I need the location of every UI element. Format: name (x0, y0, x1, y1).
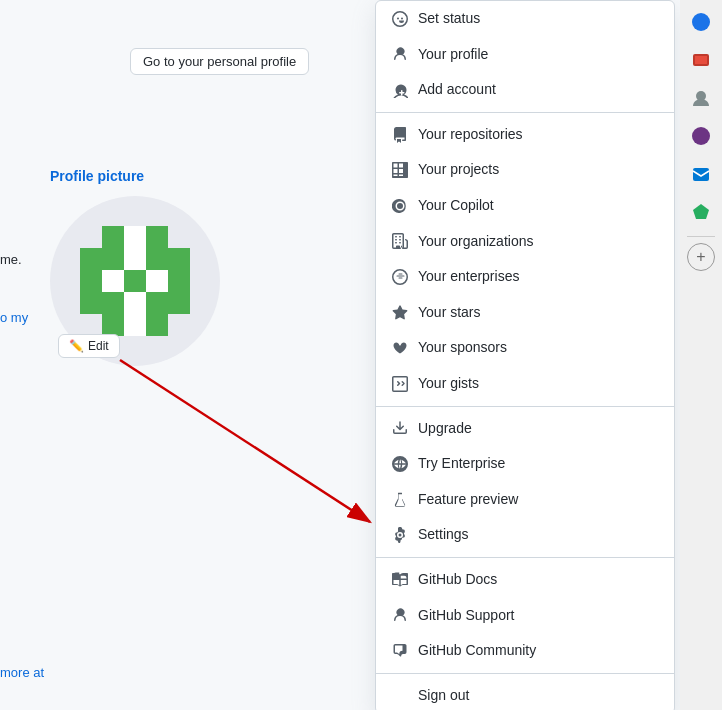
svg-rect-8 (80, 270, 102, 292)
svg-rect-13 (80, 292, 102, 314)
right-icon-bar: + (680, 0, 722, 710)
app-icon-6[interactable] (683, 194, 719, 230)
svg-rect-25 (695, 56, 707, 64)
flask-icon (392, 492, 408, 508)
side-text-me: me. (0, 252, 22, 267)
menu-label: Settings (418, 525, 469, 545)
menu-item-settings[interactable]: Settings (376, 517, 674, 553)
globe2-icon (392, 456, 408, 472)
menu-item-your-organizations[interactable]: Your organizations (376, 224, 674, 260)
svg-rect-18 (102, 314, 124, 336)
menu-label: Your Copilot (418, 196, 494, 216)
svg-rect-10 (124, 270, 146, 292)
menu-label: GitHub Community (418, 641, 536, 661)
svg-rect-14 (102, 292, 124, 314)
menu-item-sign-out[interactable]: Sign out (376, 678, 674, 710)
divider-2 (376, 406, 674, 407)
menu-label: Sign out (418, 686, 469, 706)
menu-item-github-support[interactable]: GitHub Support (376, 598, 674, 634)
menu-item-add-account[interactable]: Add account (376, 72, 674, 108)
smiley-icon (392, 11, 408, 27)
person-add-icon (392, 82, 408, 98)
menu-item-try-enterprise[interactable]: Try Enterprise (376, 446, 674, 482)
menu-item-your-sponsors[interactable]: Your sponsors (376, 330, 674, 366)
app-icon-2[interactable] (683, 42, 719, 78)
app-icon-1[interactable] (683, 4, 719, 40)
svg-rect-28 (693, 168, 709, 181)
divider-1 (376, 112, 674, 113)
svg-rect-3 (80, 248, 102, 270)
pencil-icon: ✏️ (69, 339, 84, 353)
gear-icon (392, 527, 408, 543)
copilot-icon (392, 198, 408, 214)
menu-label: Your repositories (418, 125, 523, 145)
svg-rect-12 (168, 270, 190, 292)
globe-icon (392, 269, 408, 285)
svg-rect-1 (124, 226, 146, 248)
menu-label: GitHub Support (418, 606, 515, 626)
menu-item-github-docs[interactable]: GitHub Docs (376, 562, 674, 598)
svg-rect-19 (124, 314, 146, 336)
menu-item-set-status[interactable]: Set status (376, 1, 674, 37)
sign-out-icon (392, 687, 408, 703)
menu-item-your-profile[interactable]: Your profile (376, 37, 674, 73)
svg-rect-7 (168, 248, 190, 270)
menu-item-your-copilot[interactable]: Your Copilot (376, 188, 674, 224)
repo-icon (392, 127, 408, 143)
profile-section: Profile picture (50, 168, 220, 366)
divider-4 (376, 673, 674, 674)
org-icon (392, 233, 408, 249)
svg-rect-16 (146, 292, 168, 314)
svg-rect-2 (146, 226, 168, 248)
icon-bar-divider (687, 236, 715, 237)
edit-label: Edit (88, 339, 109, 353)
dropdown-menu: Set status Your profile Add account Your… (375, 0, 675, 710)
avatar-container: ✏️ Edit (50, 196, 220, 366)
person-icon (392, 46, 408, 62)
more-at-text: more at (0, 665, 44, 680)
menu-label: Your enterprises (418, 267, 519, 287)
menu-label: Your gists (418, 374, 479, 394)
svg-rect-15 (124, 292, 146, 314)
app-icon-3[interactable] (683, 80, 719, 116)
svg-point-27 (692, 127, 710, 145)
upload-icon (392, 420, 408, 436)
comment-icon (392, 643, 408, 659)
svg-rect-20 (146, 314, 168, 336)
goto-profile-button[interactable]: Go to your personal profile (130, 48, 309, 75)
svg-marker-29 (693, 204, 709, 219)
menu-item-your-stars[interactable]: Your stars (376, 295, 674, 331)
table-icon (392, 162, 408, 178)
app-icon-4[interactable] (683, 118, 719, 154)
svg-rect-17 (168, 292, 190, 314)
menu-label: Your sponsors (418, 338, 507, 358)
menu-label: GitHub Docs (418, 570, 497, 590)
svg-rect-11 (146, 270, 168, 292)
svg-rect-6 (146, 248, 168, 270)
menu-label: Feature preview (418, 490, 518, 510)
svg-point-23 (692, 13, 710, 31)
side-text-my: o my (0, 310, 28, 325)
person2-icon (392, 607, 408, 623)
menu-item-your-repositories[interactable]: Your repositories (376, 117, 674, 153)
menu-item-your-enterprises[interactable]: Your enterprises (376, 259, 674, 295)
book-icon (392, 572, 408, 588)
menu-label: Set status (418, 9, 480, 29)
add-icon-button[interactable]: + (687, 243, 715, 271)
menu-item-your-projects[interactable]: Your projects (376, 152, 674, 188)
edit-button[interactable]: ✏️ Edit (58, 334, 120, 358)
svg-rect-9 (102, 270, 124, 292)
menu-label: Your projects (418, 160, 499, 180)
menu-item-feature-preview[interactable]: Feature preview (376, 482, 674, 518)
svg-rect-5 (124, 248, 146, 270)
star-icon (392, 305, 408, 321)
menu-label: Add account (418, 80, 496, 100)
svg-rect-4 (102, 248, 124, 270)
heart-icon (392, 340, 408, 356)
svg-rect-0 (102, 226, 124, 248)
menu-item-upgrade[interactable]: Upgrade (376, 411, 674, 447)
menu-item-your-gists[interactable]: Your gists (376, 366, 674, 402)
menu-item-github-community[interactable]: GitHub Community (376, 633, 674, 669)
menu-label: Your profile (418, 45, 488, 65)
app-icon-5[interactable] (683, 156, 719, 192)
